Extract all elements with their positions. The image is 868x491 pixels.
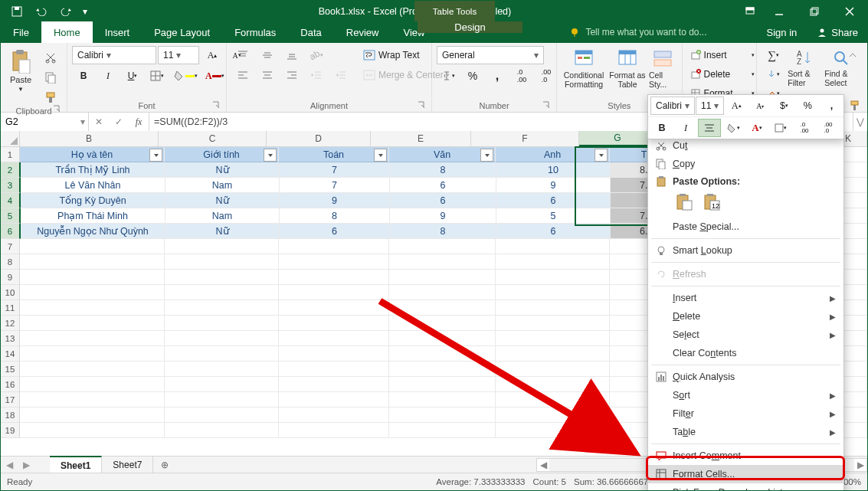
table-cell[interactable]: 6 xyxy=(496,193,611,208)
restore-button[interactable] xyxy=(797,1,832,21)
table-cell[interactable]: 6 xyxy=(280,224,390,239)
empty-cell[interactable] xyxy=(165,377,279,392)
table-cell[interactable]: Nam xyxy=(165,178,280,193)
copy-icon[interactable] xyxy=(39,68,62,87)
context-pick-from-list[interactable]: Pick From Drop-down List... xyxy=(648,483,843,491)
empty-cell[interactable] xyxy=(496,377,610,392)
empty-cell[interactable] xyxy=(20,285,165,300)
delete-cells-button[interactable]: Delete▾ xyxy=(687,65,758,83)
enter-formula-icon[interactable]: ✓ xyxy=(109,116,129,127)
tab-formulas[interactable]: Formulas xyxy=(222,21,288,43)
mini-size-combo[interactable]: 11▾ xyxy=(696,97,724,115)
row-head[interactable]: 4 xyxy=(1,193,21,208)
mini-inc-decimal-icon[interactable]: .0.00 xyxy=(793,119,816,137)
empty-cell[interactable] xyxy=(279,346,389,362)
empty-cell[interactable] xyxy=(165,346,279,362)
empty-cell[interactable] xyxy=(20,239,165,254)
context-paste-special[interactable]: Paste Special... xyxy=(648,218,843,236)
empty-cell[interactable] xyxy=(279,254,389,270)
align-left-icon[interactable] xyxy=(231,66,254,84)
cell-styles-button[interactable]: Cell Sty... xyxy=(649,46,676,89)
empty-cell[interactable] xyxy=(389,408,496,423)
context-insert[interactable]: Insert▶ xyxy=(648,289,843,307)
empty-cell[interactable] xyxy=(389,423,496,438)
empty-cell[interactable] xyxy=(389,377,496,392)
tab-insert[interactable]: Insert xyxy=(93,21,142,43)
sheet-tab[interactable]: Sheet7 xyxy=(102,457,153,473)
col-head[interactable]: C xyxy=(159,131,267,146)
empty-cell[interactable] xyxy=(279,423,389,438)
table-cell[interactable]: 9 xyxy=(390,208,496,224)
filter-dropdown-icon[interactable] xyxy=(594,149,608,162)
percent-format-icon[interactable]: % xyxy=(461,67,484,85)
table-header-cell[interactable]: Giới tính xyxy=(165,147,279,162)
italic-button[interactable]: I xyxy=(97,67,120,85)
tab-data[interactable]: Data xyxy=(288,21,333,43)
empty-cell[interactable] xyxy=(496,285,610,300)
table-cell[interactable]: Nữ xyxy=(165,162,280,178)
close-button[interactable] xyxy=(832,1,867,21)
table-cell[interactable]: 8 xyxy=(390,224,496,239)
mini-percent-icon[interactable]: % xyxy=(796,97,819,115)
mini-fill-color-icon[interactable]: ▾ xyxy=(722,119,745,137)
empty-cell[interactable] xyxy=(389,331,496,346)
empty-cell[interactable] xyxy=(279,316,389,331)
align-center-icon[interactable] xyxy=(256,66,279,84)
borders-button[interactable]: ▾ xyxy=(146,67,169,85)
orientation-icon[interactable]: ab▾ xyxy=(305,46,328,64)
row-head[interactable]: 13 xyxy=(1,331,20,346)
increase-decimal-icon[interactable]: .0.00 xyxy=(510,67,533,85)
table-cell[interactable]: 9 xyxy=(280,193,390,208)
empty-cell[interactable] xyxy=(165,331,279,346)
empty-cell[interactable] xyxy=(496,239,610,254)
underline-button[interactable]: U ▾ xyxy=(121,67,144,85)
redo-icon[interactable] xyxy=(54,1,77,21)
fill-button[interactable]: ▾ xyxy=(762,65,784,83)
format-as-table-button[interactable]: Format as Table xyxy=(609,46,646,89)
increase-indent-icon[interactable] xyxy=(329,66,352,84)
table-cell[interactable]: 6 xyxy=(390,178,496,193)
collapse-ribbon-icon[interactable] xyxy=(841,46,864,64)
filter-dropdown-icon[interactable] xyxy=(149,149,162,162)
row-head[interactable]: 9 xyxy=(1,270,20,285)
name-box-input[interactable] xyxy=(4,116,61,128)
table-cell[interactable]: 6 xyxy=(390,193,496,208)
expand-formula-bar-icon[interactable]: ⋁ xyxy=(853,113,867,131)
table-header-cell[interactable]: Anh xyxy=(496,147,610,162)
bold-button[interactable]: B xyxy=(72,67,95,85)
col-head[interactable]: B xyxy=(20,131,159,146)
context-filter[interactable]: Filter▶ xyxy=(648,404,843,423)
empty-cell[interactable] xyxy=(389,285,496,300)
undo-icon[interactable] xyxy=(30,1,53,21)
empty-cell[interactable] xyxy=(496,331,610,346)
empty-cell[interactable] xyxy=(389,270,496,285)
row-head[interactable]: 11 xyxy=(1,300,20,316)
fill-color-button[interactable]: ▾ xyxy=(170,67,201,85)
align-middle-icon[interactable] xyxy=(256,46,279,64)
table-cell[interactable]: Tống Kỳ Duyên xyxy=(21,193,165,208)
mini-borders-icon[interactable]: ▾ xyxy=(769,119,792,137)
insert-cells-button[interactable]: Insert▾ xyxy=(687,46,758,64)
table-header-cell[interactable]: Toán xyxy=(279,147,389,162)
table-cell[interactable]: Lê Văn Nhân xyxy=(21,178,165,193)
dialog-launcher-icon[interactable] xyxy=(541,101,552,112)
empty-cell[interactable] xyxy=(279,285,389,300)
mini-italic-icon[interactable]: I xyxy=(674,119,697,137)
empty-cell[interactable] xyxy=(20,300,165,316)
empty-cell[interactable] xyxy=(496,408,610,423)
context-format-cells[interactable]: Format Cells... xyxy=(648,465,843,483)
table-cell[interactable]: Nữ xyxy=(165,193,280,208)
row-head[interactable]: 2 xyxy=(1,162,21,178)
table-cell[interactable]: 9 xyxy=(496,178,611,193)
dialog-launcher-icon[interactable] xyxy=(416,101,427,112)
paste-button[interactable]: Paste ▼ xyxy=(5,46,36,93)
mini-font-combo[interactable]: Calibri▾ xyxy=(650,97,695,115)
select-all-corner[interactable] xyxy=(1,131,20,146)
table-cell[interactable]: 10 xyxy=(496,162,611,178)
empty-cell[interactable] xyxy=(20,254,165,270)
col-head[interactable]: D xyxy=(267,131,371,146)
decrease-indent-icon[interactable] xyxy=(305,66,328,84)
accounting-format-icon[interactable]: ▾ xyxy=(437,67,460,85)
empty-cell[interactable] xyxy=(20,316,165,331)
table-cell[interactable]: 7 xyxy=(280,178,390,193)
